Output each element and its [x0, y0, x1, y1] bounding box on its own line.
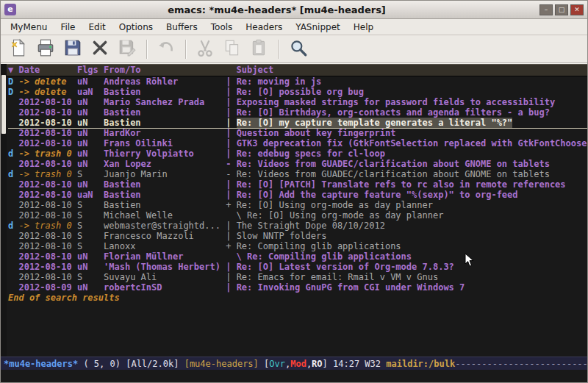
col-header-subject[interactable]: Subject: [226, 65, 587, 76]
toolbar-separator: [185, 40, 187, 59]
message-row[interactable]: d-> trash 0SJuanjo Marin- Re: Videos fro…: [8, 169, 587, 179]
thread-prefix: |: [226, 107, 236, 118]
flags-cell: S: [77, 221, 104, 231]
cut-button[interactable]: [193, 37, 217, 61]
buffer-empty-area: [8, 303, 587, 357]
message-row[interactable]: 2012-08-09uNrobertcInSD| Re: Invoking Gn…: [8, 282, 587, 293]
print-button[interactable]: [34, 37, 57, 61]
message-row[interactable]: 2012-08-10uNBastien| Re: [O] [PATCH] Tra…: [8, 179, 587, 190]
subject-cell: | Re: edebug specs for cl-loop: [226, 148, 587, 159]
menu-edit[interactable]: Edit: [82, 21, 112, 34]
scrollbar[interactable]: [1, 64, 7, 357]
message-row[interactable]: 2012-08-10uNFlorian Müllner \ Re: Compil…: [8, 251, 587, 262]
emacs-frame-body: ▼ Date Flgs From/To Subject D-> deleteuN…: [1, 63, 587, 382]
mark-flag: [8, 210, 18, 221]
close-button[interactable]: [88, 37, 112, 61]
message-row[interactable]: 2012-08-10uNXan Lopez- Re: Videos from G…: [8, 159, 587, 169]
menu-file[interactable]: File: [54, 21, 82, 34]
flags-cell: uN: [77, 97, 104, 107]
menu-buffers[interactable]: Buffers: [159, 21, 204, 34]
save-button[interactable]: [61, 37, 85, 61]
date-cell: 2012-08-10: [18, 262, 76, 272]
from-cell: Suvayu Ali: [104, 272, 226, 282]
undo-icon: [157, 38, 176, 60]
message-row[interactable]: 2012-08-10SBastien+ Re: [O] Using org-mo…: [8, 200, 587, 210]
message-row[interactable]: 2012-08-10uNFrans Oilinki| GTK3 deprecat…: [8, 138, 587, 148]
thread-prefix: |: [226, 179, 236, 190]
copy-button[interactable]: [220, 37, 244, 61]
message-row[interactable]: 2012-08-10SFrancesco Mazzoli| Slow NNTP …: [8, 231, 587, 241]
new-file-button[interactable]: [7, 37, 30, 61]
menu-tools[interactable]: Tools: [204, 21, 240, 34]
message-row[interactable]: D-> deleteuNAndreas Röhler| Re: moving i…: [8, 76, 587, 87]
echo-area[interactable]: [1, 370, 587, 382]
save-as-button[interactable]: [115, 37, 139, 61]
col-header-flags[interactable]: Flgs: [77, 65, 104, 76]
subject-cell: | Re: [O] possible org bug: [226, 87, 587, 97]
thread-prefix: |: [226, 231, 236, 241]
subject-cell: | Re: moving in js: [226, 76, 587, 87]
menu-mymenu[interactable]: MyMenu: [4, 21, 54, 34]
from-cell: Michael Welle: [104, 210, 226, 221]
subject-cell: | Slow NNTP folders: [226, 231, 587, 241]
message-row[interactable]: 2012-08-10uNBastien| Re: [O] Birthdays, …: [8, 107, 587, 118]
message-row[interactable]: D-> deleteuaNBastien| Re: [O] possible o…: [8, 87, 587, 97]
from-cell: Florian Müllner: [104, 251, 226, 262]
message-row[interactable]: 2012-08-10SLanoxx+ Re: Compiling glib ap…: [8, 241, 587, 251]
thread-prefix: |: [226, 190, 236, 200]
subject-text: Re: Compiling glib applications: [247, 251, 412, 262]
col-header-date[interactable]: ▼ Date: [8, 65, 77, 76]
search-button[interactable]: [287, 37, 310, 61]
message-row[interactable]: 2012-08-10uNHardKor| Question about key …: [8, 128, 587, 138]
undo-button[interactable]: [154, 37, 178, 61]
message-row[interactable]: d-> trash 0Swebmaster@straightd...| The …: [8, 221, 587, 231]
from-cell: Bastien: [104, 190, 226, 200]
message-row[interactable]: d-> trash 0uNThierry Volpiatto| Re: edeb…: [8, 148, 587, 159]
date-cell: 2012-08-10: [18, 241, 76, 251]
message-row[interactable]: 2012-08-10SMichael Welle \ Re: [O] Using…: [8, 210, 587, 221]
flags-cell: S: [77, 241, 104, 251]
mu4e-headers-buffer: ▼ Date Flgs From/To Subject D-> deleteuN…: [7, 64, 587, 357]
date-cell: 2012-08-09: [18, 282, 76, 293]
subject-cell: | Re: Emacs for email: Rmail v VM v Gnus: [226, 272, 587, 282]
flags-cell: uN: [77, 251, 104, 262]
subject-text: Re: Emacs for email: Rmail v VM v Gnus: [237, 272, 439, 282]
message-row[interactable]: 2012-08-10SSuvayu Ali| Re: Emacs for ema…: [8, 272, 587, 282]
subject-cell: + Re: Compiling glib applications: [226, 241, 587, 251]
flags-cell: uaN: [77, 190, 104, 200]
close-button[interactable]: ✕: [570, 4, 584, 15]
message-row[interactable]: 2012-08-10uaNBastien| Re: [O] Add the ca…: [8, 190, 587, 200]
col-header-from[interactable]: From/To: [104, 65, 226, 76]
menu-options[interactable]: Options: [112, 21, 159, 34]
flags-cell: S: [77, 210, 104, 221]
paste-button[interactable]: [248, 37, 271, 61]
menu-headers[interactable]: Headers: [239, 21, 289, 34]
thread-prefix: |: [226, 272, 236, 282]
maximize-button[interactable]: □: [555, 4, 568, 15]
thread-prefix: |: [226, 148, 236, 159]
subject-text: Re: Compiling glib applications: [237, 241, 401, 251]
thread-prefix: -: [226, 159, 236, 169]
message-row[interactable]: 2012-08-10uN'Mash (Thomas Herbert)| Re: …: [8, 262, 587, 272]
flags-cell: uaN: [77, 87, 104, 97]
paste-icon: [250, 38, 269, 60]
subject-text: Re: [O] Latest version of Org-mode 7.8.3…: [237, 262, 454, 272]
menu-yasnippet[interactable]: YASnippet: [289, 21, 347, 34]
modeline-segment-dashes: ----------------------------------------…: [455, 359, 587, 369]
minimize-button[interactable]: –: [539, 4, 553, 15]
from-cell: Frans Oilinki: [104, 138, 226, 148]
flags-cell: uN: [77, 262, 104, 272]
toolbar-separator: [146, 40, 148, 59]
scrollbar-thumb[interactable]: [1, 75, 6, 134]
mark-flag: [8, 159, 18, 169]
message-list: D-> deleteuNAndreas Röhler| Re: moving i…: [8, 76, 587, 293]
save-icon: [63, 38, 82, 60]
message-row[interactable]: 2012-08-10uNMario Sanchez Prada| Exposin…: [8, 97, 587, 107]
menu-help[interactable]: Help: [347, 21, 380, 34]
copy-icon: [223, 38, 242, 60]
message-row[interactable]: 2012-08-10uNBastien| Re: [O] my capture …: [8, 118, 587, 128]
mark-flag: [8, 128, 18, 138]
subject-cell: | Exposing masked strings for password f…: [226, 97, 587, 107]
subject-text: Question about key fingerprint: [237, 128, 396, 138]
thread-prefix: \: [226, 251, 247, 262]
